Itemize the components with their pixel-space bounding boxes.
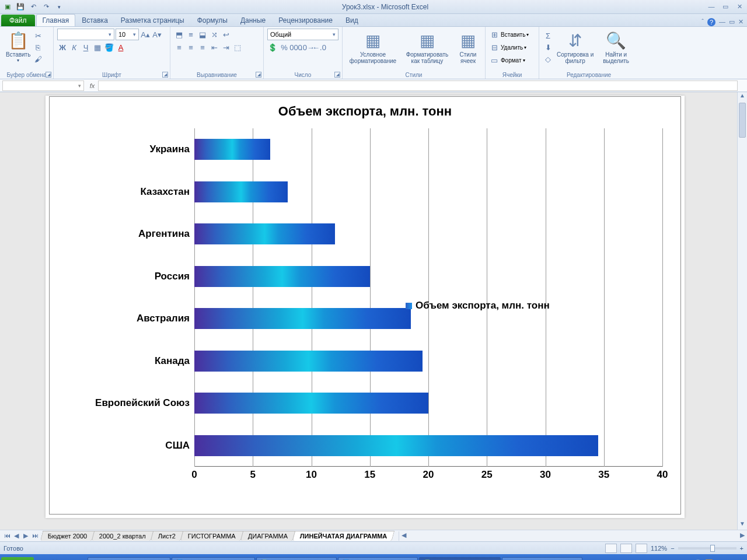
zoom-level[interactable]: 112% xyxy=(651,545,667,552)
sheet-tab[interactable]: 2000_2 квартал xyxy=(92,531,153,541)
chart-sheet[interactable]: Объем экспорта, млн. тонн 05101520253035… xyxy=(46,96,685,518)
close-button[interactable]: ✕ xyxy=(734,3,745,10)
increase-indent-icon[interactable]: ⇥ xyxy=(221,42,231,52)
clipboard-launcher[interactable]: ◢ xyxy=(46,72,51,78)
scroll-thumb[interactable] xyxy=(739,103,746,138)
chrome-icon[interactable]: ◉ xyxy=(62,557,74,560)
copy-icon[interactable]: ⎘ xyxy=(33,42,43,52)
qat-dropdown-icon[interactable]: ▾ xyxy=(54,2,64,12)
name-box[interactable]: ▾ xyxy=(2,80,84,91)
ribbon-minimize-icon[interactable]: ˆ xyxy=(701,18,704,26)
number-format-combo[interactable]: Общий▾ xyxy=(267,29,338,40)
shrink-font-icon[interactable]: A▾ xyxy=(152,29,162,40)
data-bar[interactable] xyxy=(194,139,270,160)
font-launcher[interactable]: ◢ xyxy=(162,72,168,78)
decrease-decimal-icon[interactable]: ←.0 xyxy=(314,42,324,52)
scroll-down-icon[interactable]: ▼ xyxy=(738,520,747,530)
view-pagebreak-button[interactable] xyxy=(636,544,647,553)
tab-prev-icon[interactable]: ◀ xyxy=(12,532,21,540)
wrap-text-icon[interactable]: ↩ xyxy=(221,29,231,40)
format-cells-label[interactable]: Формат xyxy=(501,57,522,64)
scroll-up-icon[interactable]: ▲ xyxy=(738,92,747,102)
tab-next-icon[interactable]: ▶ xyxy=(21,532,30,540)
taskbar-app-button[interactable]: ◉Журнал ВАК :: УПР… xyxy=(502,557,582,561)
tab-first-icon[interactable]: ⏮ xyxy=(2,532,12,540)
doc-restore-icon[interactable]: ▭ xyxy=(729,18,735,26)
decrease-indent-icon[interactable]: ⇤ xyxy=(209,42,219,52)
ie-icon[interactable]: e xyxy=(36,557,48,560)
tab-view[interactable]: Вид xyxy=(339,14,365,26)
align-center-icon[interactable]: ≡ xyxy=(186,42,196,52)
orientation-icon[interactable]: ⤭ xyxy=(209,29,219,40)
doc-minimize-icon[interactable]: ― xyxy=(719,18,725,26)
sheet-tab[interactable]: Лист2 xyxy=(151,531,184,541)
tab-data[interactable]: Данные xyxy=(234,14,272,26)
taskbar-app-button[interactable]: 📁I:\МЕТОДА_2010_E… xyxy=(88,557,170,561)
data-bar[interactable] xyxy=(194,435,598,456)
hscroll-right-icon[interactable]: ▶ xyxy=(738,531,747,541)
horizontal-scrollbar[interactable]: ◀ ▶ xyxy=(399,531,747,541)
bold-icon[interactable]: Ж xyxy=(57,42,68,52)
taskbar-app-button[interactable]: 📘Типы диаграмм.doc… xyxy=(172,557,255,561)
insert-cells-label[interactable]: Вставить xyxy=(501,32,525,38)
save-icon[interactable]: 💾 xyxy=(15,2,26,12)
firefox-icon[interactable]: 🦊 xyxy=(49,557,61,560)
fill-icon[interactable]: ⬇ xyxy=(543,42,553,52)
delete-cells-label[interactable]: Удалить xyxy=(501,44,523,51)
font-color-icon[interactable]: A xyxy=(116,42,126,52)
borders-icon[interactable]: ▦ xyxy=(92,42,103,52)
tab-insert[interactable]: Вставка xyxy=(75,14,114,26)
taskbar-app-button[interactable]: 📘Рисунки.docx [Реж… xyxy=(338,557,418,561)
undo-icon[interactable]: ↶ xyxy=(28,2,39,12)
percent-icon[interactable]: % xyxy=(279,42,289,52)
restore-button[interactable]: ▭ xyxy=(720,3,731,10)
view-pagelayout-button[interactable] xyxy=(620,544,632,553)
comma-icon[interactable]: 000 xyxy=(291,42,301,52)
insert-cells-icon[interactable]: ⊞ xyxy=(489,29,500,40)
taskbar-app-button[interactable]: 📗Excel для печати.d… xyxy=(256,557,337,561)
font-size-combo[interactable]: 10▾ xyxy=(116,29,139,40)
autosum-icon[interactable]: Σ xyxy=(543,30,553,41)
paste-button[interactable]: 📋 Вставить ▾ xyxy=(4,28,33,64)
format-cells-icon[interactable]: ▭ xyxy=(489,55,500,65)
italic-icon[interactable]: К xyxy=(69,42,79,52)
tab-home[interactable]: Главная xyxy=(36,14,76,26)
sheet-tab[interactable]: ДИАГРАММА xyxy=(240,531,296,541)
number-launcher[interactable]: ◢ xyxy=(334,72,340,78)
hscroll-left-icon[interactable]: ◀ xyxy=(399,531,409,541)
cell-styles-button[interactable]: ▦Стили ячеек xyxy=(455,28,481,65)
help-icon[interactable]: ? xyxy=(707,18,715,26)
doc-close-icon[interactable]: ✕ xyxy=(738,18,743,26)
data-bar[interactable] xyxy=(194,223,335,244)
tab-review[interactable]: Рецензирование xyxy=(272,14,339,26)
align-top-icon[interactable]: ⬒ xyxy=(174,29,184,40)
alignment-launcher[interactable]: ◢ xyxy=(256,72,261,78)
increase-decimal-icon[interactable]: .0→ xyxy=(302,42,313,52)
chart-legend[interactable]: Объем экспорта, млн. тонн xyxy=(406,300,550,312)
redo-icon[interactable]: ↷ xyxy=(41,2,51,12)
font-name-combo[interactable]: ▾ xyxy=(57,29,114,40)
format-painter-icon[interactable]: 🖌 xyxy=(33,54,43,64)
fx-icon[interactable]: fx xyxy=(86,82,98,89)
minimize-button[interactable]: ― xyxy=(706,3,717,10)
zoom-out-button[interactable]: − xyxy=(671,545,674,552)
sort-filter-button[interactable]: ⇵Сортировка и фильтр xyxy=(553,28,597,65)
tab-last-icon[interactable]: ⏭ xyxy=(30,532,40,540)
zoom-slider[interactable] xyxy=(678,547,736,550)
data-bar[interactable] xyxy=(194,181,288,202)
file-tab[interactable]: Файл xyxy=(1,15,35,26)
align-middle-icon[interactable]: ≡ xyxy=(186,29,196,40)
excel-icon[interactable]: ▣ xyxy=(2,2,13,12)
taskbar-app-button[interactable]: 📗Microsoft Excel - Ур… xyxy=(419,557,501,561)
sheet-tab[interactable]: ГИСТОГРАММА xyxy=(180,531,243,541)
zoom-in-button[interactable]: + xyxy=(740,545,743,552)
sheet-tab[interactable]: Бюджет 2000 xyxy=(40,531,95,541)
data-bar[interactable] xyxy=(194,351,423,372)
merge-icon[interactable]: ⬚ xyxy=(232,42,243,52)
format-as-table-button[interactable]: ▦Форматировать как таблицу xyxy=(400,28,455,65)
chart-object[interactable]: Объем экспорта, млн. тонн 05101520253035… xyxy=(49,96,681,514)
data-bar[interactable] xyxy=(194,308,411,329)
tab-pagelayout[interactable]: Разметка страницы xyxy=(114,14,191,26)
conditional-formatting-button[interactable]: ▦Условное форматирование xyxy=(346,28,400,65)
align-bottom-icon[interactable]: ⬓ xyxy=(197,29,208,40)
